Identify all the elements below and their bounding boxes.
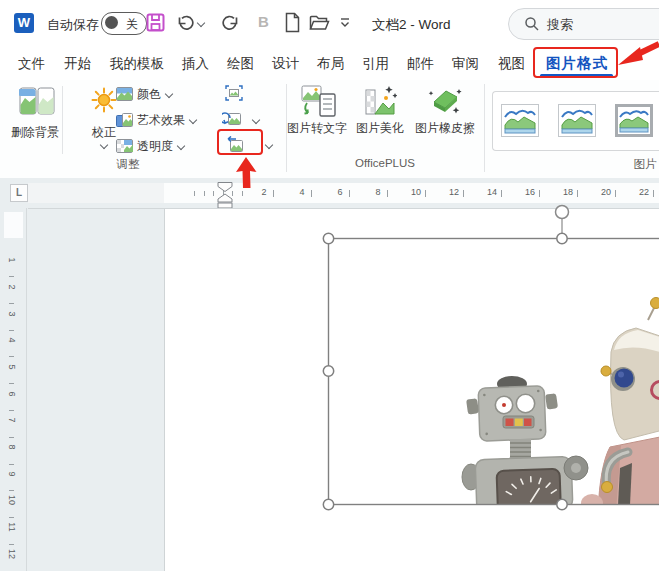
picture-style-thumbnail-3[interactable] [615, 104, 653, 137]
transparency-icon [116, 139, 133, 153]
undo-icon[interactable] [176, 14, 194, 32]
tab-mailings[interactable]: 邮件 [407, 55, 434, 73]
artistic-effects-button[interactable]: 艺术效果 [114, 112, 204, 130]
change-picture-dropdown-icon [252, 116, 260, 124]
document-canvas: 1 2 3 4 5 6 7 8 9 10 11 12 [0, 208, 659, 571]
tab-selector-button[interactable]: L [10, 184, 28, 202]
adjust-group-label: 调整 [98, 157, 158, 172]
red-box-around-picture-format-tab [533, 47, 618, 78]
color-dropdown-icon [165, 90, 173, 98]
horizontal-ruler: 2 4 6 8 10 12 14 16 18 20 22 [28, 183, 659, 203]
tab-review[interactable]: 审阅 [452, 55, 479, 73]
toggle-knob-icon [105, 16, 118, 29]
change-picture-button[interactable] [222, 111, 262, 129]
transparency-label: 透明度 [137, 138, 173, 155]
tab-design[interactable]: 设计 [272, 55, 299, 73]
bold-button[interactable]: B [258, 13, 269, 30]
picture-eraser-button[interactable]: 图片橡皮擦 [412, 84, 478, 138]
ruler-number: 2 [7, 280, 17, 294]
search-box[interactable]: 搜索 [508, 8, 659, 40]
picture-to-text-label: 图片转文字 [286, 120, 348, 137]
toolbar-more-icon[interactable] [339, 17, 351, 29]
change-picture-icon [222, 111, 242, 127]
ruler-number: 22 [637, 187, 651, 197]
transparency-dropdown-icon [177, 142, 185, 150]
picture-beautify-button[interactable]: 图片美化 [352, 84, 408, 138]
ruler-number: 8 [371, 187, 385, 197]
ruler-number: 4 [7, 333, 17, 347]
ruler-number: 11 [7, 520, 17, 534]
document-title: 文档2 - Word [372, 16, 451, 34]
new-document-icon[interactable] [284, 12, 301, 33]
ruler-number: 3 [7, 307, 17, 321]
officeplus-group-label: OfficePLUS [340, 157, 430, 169]
save-icon[interactable] [146, 13, 165, 32]
tab-draw[interactable]: 绘图 [227, 55, 254, 73]
indent-markers[interactable] [215, 182, 237, 209]
remove-background-label: 删除背景 [2, 124, 68, 141]
ruler-number: 16 [523, 187, 537, 197]
open-folder-icon[interactable] [309, 15, 330, 31]
picture-to-text-icon [301, 85, 337, 119]
tab-file[interactable]: 文件 [18, 55, 45, 73]
artistic-effects-label: 艺术效果 [137, 112, 185, 129]
red-box-around-reset-picture [217, 129, 263, 155]
autosave-toggle[interactable]: 关 [101, 12, 147, 35]
vertical-ruler: 1 2 3 4 5 6 7 8 9 10 11 12 [0, 208, 27, 571]
autosave-label: 自动保存 [47, 16, 99, 34]
group-separator [484, 84, 485, 172]
corrections-dropdown-icon [100, 141, 108, 149]
ruler-number: 1 [7, 253, 17, 267]
picture-beautify-label: 图片美化 [352, 120, 408, 137]
picture-style-thumbnail-1[interactable] [501, 104, 539, 137]
ruler-margin-block [4, 212, 23, 238]
picture-eraser-icon [428, 85, 462, 119]
ruler-number: 7 [7, 413, 17, 427]
autosave-state-label: 关 [126, 16, 138, 33]
artistic-effects-dropdown-icon [189, 116, 197, 124]
artistic-effects-icon [116, 113, 133, 127]
color-label: 颜色 [137, 86, 161, 103]
color-button[interactable]: 颜色 [114, 86, 178, 104]
tab-templates[interactable]: 我的模板 [110, 55, 164, 73]
picture-style-thumbnail-2[interactable] [558, 104, 596, 137]
compress-pictures-button[interactable] [225, 85, 245, 102]
ruler-number: 4 [295, 187, 309, 197]
ruler-number: 5 [7, 360, 17, 374]
word-window: W 自动保存 关 B [0, 0, 659, 571]
ruler-number: 12 [7, 547, 17, 561]
title-bar: W 自动保存 关 B [0, 0, 659, 46]
tab-references[interactable]: 引用 [362, 55, 389, 73]
ruler-band: L 2 4 6 8 10 12 14 16 18 20 22 [0, 178, 659, 208]
search-icon [524, 16, 540, 32]
picture-beautify-icon [365, 85, 397, 119]
tab-home[interactable]: 开始 [64, 55, 91, 73]
tab-layout[interactable]: 布局 [317, 55, 344, 73]
ruler-number: 10 [7, 493, 17, 507]
ruler-number: 12 [447, 187, 461, 197]
color-icon [116, 87, 133, 101]
compress-pictures-icon [225, 85, 243, 101]
picture-eraser-label: 图片橡皮擦 [412, 120, 478, 137]
remove-background-button[interactable]: 删除背景 [2, 84, 68, 152]
redo-icon[interactable] [222, 14, 240, 32]
tab-view[interactable]: 视图 [498, 55, 525, 73]
ruler-number: 10 [409, 187, 423, 197]
ruler-number: 20 [599, 187, 613, 197]
transparency-button[interactable]: 透明度 [114, 138, 194, 156]
picture-styles-gallery [492, 91, 659, 151]
undo-dropdown-icon[interactable] [197, 19, 205, 27]
ruler-number: 8 [7, 440, 17, 454]
ruler-number: 2 [257, 187, 271, 197]
ruler-number: 6 [7, 387, 17, 401]
document-page[interactable] [164, 209, 659, 571]
ruler-number: 9 [7, 467, 17, 481]
search-placeholder: 搜索 [547, 16, 573, 34]
ruler-number: 18 [561, 187, 575, 197]
ruler-number: 6 [333, 187, 347, 197]
tab-insert[interactable]: 插入 [182, 55, 209, 73]
picture-to-text-button[interactable]: 图片转文字 [286, 84, 348, 138]
reset-picture-dropdown-icon [265, 141, 273, 149]
picture-styles-group-label: 图片 [630, 157, 659, 172]
remove-background-icon [19, 87, 55, 117]
